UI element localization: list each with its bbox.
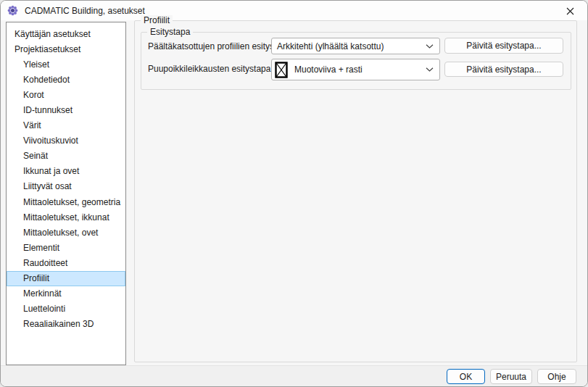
title-bar: CADMATIC Building, asetukset [1, 1, 587, 20]
sidebar-item[interactable]: Raudoitteet [7, 255, 125, 270]
sidebar-item[interactable]: ID-tunnukset [7, 102, 125, 117]
sidebar-item-label: Profiilit [23, 273, 49, 283]
ok-button[interactable]: OK [447, 369, 485, 384]
sidebar-item-label: Mittaoletukset, ovet [23, 228, 98, 238]
update-profile-style-button[interactable]: Päivitä esitystapa... [444, 38, 563, 54]
sidebar-item[interactable]: Seinät [7, 149, 125, 164]
sidebar-item-label: Yleiset [23, 59, 49, 70]
sidebar-item[interactable]: Liittyvät osat [7, 179, 125, 194]
sidebar-item[interactable]: Elementit [7, 240, 125, 255]
crossed-box-icon [275, 62, 288, 78]
sidebar-item-label: Projektiasetukset [15, 44, 80, 54]
sidebar-item-label: Korot [23, 90, 44, 100]
wood-section-style-label: Puupoikkileikkausten esitystapa: [148, 64, 273, 74]
sidebar-item-label: Mittaoletukset, ikkunat [23, 212, 109, 222]
sidebar-item[interactable]: Yleiset [7, 57, 125, 72]
cancel-button[interactable]: Peruuta [490, 369, 532, 384]
sidebar-item[interactable]: Profiilit [7, 271, 125, 286]
group-title: Profiilit [141, 15, 173, 25]
sidebar-item-label: Seinät [23, 151, 48, 161]
settings-dialog: CADMATIC Building, asetukset Käyttäjän a… [0, 0, 588, 387]
help-button[interactable]: Ohje [537, 369, 576, 384]
esitystapa-group: Esitystapa Päältäkatsottujen profiilien … [141, 32, 571, 90]
chevron-down-icon [426, 43, 434, 49]
cadmatic-app-icon [7, 5, 18, 16]
close-button[interactable] [554, 1, 587, 20]
sidebar-item[interactable]: Mittaoletukset, ikkunat [7, 209, 125, 225]
wood-section-style-value: Muotoviiva + rasti [288, 64, 439, 75]
sidebar-item[interactable]: Reaaliaikainen 3D [7, 317, 125, 332]
settings-category-list: Käyttäjän asetukset Projektiasetukset Yl… [6, 22, 126, 365]
sidebar-item-label: Ikkunat ja ovet [23, 166, 79, 176]
sidebar-item[interactable]: Mittaoletukset, ovet [7, 225, 125, 240]
sidebar-item[interactable]: Merkinnät [7, 286, 125, 301]
sidebar-item[interactable]: Luettelointi [7, 301, 125, 317]
update-wood-section-style-button[interactable]: Päivitä esitystapa... [444, 62, 563, 77]
sidebar-item-label: Kohdetiedot [23, 75, 70, 85]
sidebar-item-label: Viivoituskuviot [23, 136, 78, 146]
sidebar-item-label: Liittyvät osat [23, 181, 72, 191]
sidebar-item-label: Raudoitteet [23, 258, 67, 268]
sidebar-item-label: Mittaoletukset, geometria [23, 197, 120, 207]
profile-style-select[interactable]: Arkkitehti (ylhäältä katsottu) [271, 38, 440, 54]
sidebar-item-label: ID-tunnukset [23, 105, 73, 115]
sidebar-item[interactable]: Ikkunat ja ovet [7, 164, 125, 179]
footer-bar: OK Peruuta Ohje [1, 365, 587, 386]
sidebar-item-label: Elementit [23, 243, 59, 253]
subgroup-title: Esitystapa [147, 27, 193, 37]
sidebar-item[interactable]: Mittaoletukset, geometria [7, 194, 125, 209]
sidebar-item-label: Käyttäjän asetukset [15, 29, 91, 39]
sidebar-item[interactable]: Korot [7, 87, 125, 102]
close-icon [566, 7, 574, 15]
sidebar-item[interactable]: Värit [7, 118, 125, 133]
sidebar-item-label: Luettelointi [23, 304, 65, 314]
sidebar-item-label: Reaaliaikainen 3D [23, 319, 94, 329]
sidebar-item[interactable]: Kohdetiedot [7, 72, 125, 87]
profile-style-value: Arkkitehti (ylhäältä katsottu) [272, 41, 439, 51]
wood-section-style-select[interactable]: Muotoviiva + rasti [271, 59, 440, 80]
sidebar-item[interactable]: Käyttäjän asetukset [7, 26, 125, 41]
sidebar-item-label: Merkinnät [23, 288, 62, 299]
profiilit-group: Profiilit Esitystapa Päältäkatsottujen p… [134, 20, 577, 362]
window-title: CADMATIC Building, asetukset [25, 6, 145, 16]
sidebar-item[interactable]: Viivoituskuviot [7, 133, 125, 149]
chevron-down-icon [426, 67, 434, 72]
sidebar-item[interactable]: Projektiasetukset [7, 41, 125, 57]
sidebar-item-label: Värit [23, 120, 41, 130]
